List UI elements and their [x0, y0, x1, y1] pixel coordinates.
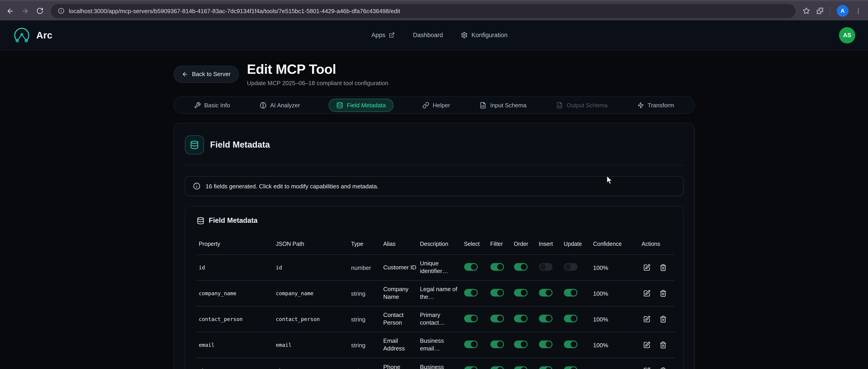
toggle-insert[interactable] — [539, 263, 552, 271]
link-icon — [422, 102, 429, 108]
toggle-knob — [570, 290, 576, 295]
nav-item-dashboard[interactable]: Dashboard — [413, 32, 443, 38]
info-icon — [193, 182, 200, 190]
cell-property: id — [196, 255, 274, 280]
edit-field-button[interactable] — [643, 315, 650, 323]
toggle-filter[interactable] — [490, 289, 504, 296]
toggle-order[interactable] — [514, 340, 527, 348]
delete-field-button[interactable] — [659, 264, 666, 271]
cell-select — [462, 306, 488, 332]
cell-type: number — [349, 255, 381, 280]
user-avatar[interactable]: AS — [839, 27, 855, 43]
toggle-select[interactable] — [464, 340, 477, 348]
toggle-select[interactable] — [464, 263, 477, 271]
cell-order — [512, 332, 536, 358]
app-navbar: Arc Apps Dashboard Konfiguration AS — [0, 21, 868, 50]
toggle-insert[interactable] — [539, 340, 552, 348]
edit-field-button[interactable] — [643, 341, 650, 348]
column-header-actions: Actions — [639, 238, 674, 255]
cell-description: Legal name of the… — [418, 280, 462, 306]
tab-helper[interactable]: Helper — [421, 99, 451, 111]
table-title: Field Metadata — [209, 216, 257, 225]
toggle-knob — [570, 315, 576, 321]
delete-field-button[interactable] — [659, 290, 666, 297]
cell-type: string — [349, 280, 381, 306]
cell-select — [462, 280, 488, 306]
back-to-server-button[interactable]: Back to Server — [174, 65, 239, 82]
cell-filter — [488, 306, 512, 332]
browser-profile-avatar[interactable]: A — [837, 5, 848, 17]
cell-property: contact_person — [196, 306, 274, 332]
delete-field-button[interactable] — [659, 367, 666, 369]
toggle-update[interactable] — [564, 314, 577, 322]
url-bar[interactable]: localhost:3000/app/mcp-servers/b5909367-… — [51, 4, 796, 18]
tab-field-metadata[interactable]: Field Metadata — [329, 98, 394, 111]
tab-transform[interactable]: Transform — [636, 99, 675, 111]
toggle-order[interactable] — [514, 314, 527, 322]
toggle-select[interactable] — [464, 314, 477, 322]
toggle-update[interactable] — [564, 340, 577, 348]
toggle-insert[interactable] — [539, 289, 552, 296]
toggle-filter[interactable] — [490, 340, 504, 348]
nav-item-konfiguration[interactable]: Konfiguration — [461, 32, 507, 38]
delete-field-button[interactable] — [659, 315, 666, 323]
mouse-cursor — [606, 176, 614, 185]
toggle-knob — [546, 315, 551, 321]
bookmark-star-icon[interactable] — [803, 7, 810, 14]
column-header-select: Select — [462, 238, 488, 255]
cell-json-path: company_name — [274, 280, 349, 306]
toggle-knob — [497, 290, 503, 295]
toggle-order[interactable] — [514, 366, 527, 369]
toggle-filter[interactable] — [490, 314, 504, 322]
toggle-knob — [521, 315, 526, 321]
browser-menu-dots-icon[interactable] — [855, 7, 862, 14]
delete-field-button[interactable] — [659, 341, 666, 348]
tab-output-schema[interactable]: Output Schema — [555, 99, 609, 111]
browser-back-icon[interactable] — [6, 7, 14, 15]
toggle-update[interactable] — [564, 263, 577, 271]
edit-field-button[interactable] — [643, 264, 650, 271]
toggle-update[interactable] — [564, 289, 577, 296]
toggle-knob — [521, 367, 526, 369]
site-info-icon[interactable] — [58, 8, 64, 14]
browser-forward-icon[interactable] — [21, 7, 29, 15]
toggle-select[interactable] — [464, 366, 477, 369]
tab-basic-info-label: Basic Info — [204, 102, 230, 108]
brand[interactable]: Arc — [13, 26, 52, 44]
tab-basic-info[interactable]: Basic Info — [193, 99, 231, 111]
cell-property: phone — [196, 358, 274, 369]
page-title: Edit MCP Tool — [247, 62, 389, 77]
cell-actions — [639, 306, 674, 332]
cell-description: Unique identifier… — [418, 255, 462, 280]
toggle-knob — [570, 341, 576, 347]
toggle-filter[interactable] — [490, 263, 504, 271]
toggle-update[interactable] — [564, 366, 577, 369]
edit-field-button[interactable] — [643, 290, 650, 297]
nav-item-apps[interactable]: Apps — [371, 32, 395, 38]
toggle-knob — [497, 341, 503, 347]
column-header-property: Property — [196, 238, 274, 255]
cell-actions — [639, 255, 674, 280]
url-text: localhost:3000/app/mcp-servers/b5909367-… — [69, 7, 400, 14]
toggle-insert[interactable] — [539, 366, 552, 369]
cell-order — [512, 358, 536, 369]
toggle-select[interactable] — [464, 289, 477, 296]
cell-type: string — [349, 306, 381, 332]
cell-description: Primary contact… — [418, 306, 462, 332]
edit-field-button[interactable] — [643, 367, 650, 369]
toggle-filter[interactable] — [490, 366, 504, 369]
cell-filter — [488, 280, 512, 306]
toggle-order[interactable] — [514, 289, 527, 296]
extensions-puzzle-icon[interactable] — [816, 7, 824, 14]
table-header-row: PropertyJSON PathTypeAliasDescriptionSel… — [196, 238, 674, 255]
browser-reload-icon[interactable] — [36, 7, 43, 14]
external-link-icon — [389, 32, 395, 38]
toggle-knob — [521, 290, 526, 295]
toggle-knob — [497, 264, 503, 270]
toggle-insert[interactable] — [539, 314, 552, 322]
toggle-order[interactable] — [514, 263, 527, 271]
tab-input-schema[interactable]: Input Schema — [479, 99, 527, 111]
column-header-description: Description — [418, 238, 462, 255]
tab-ai-analyzer[interactable]: AI Analyzer — [259, 99, 301, 111]
nav-item-dashboard-label: Dashboard — [413, 32, 443, 38]
